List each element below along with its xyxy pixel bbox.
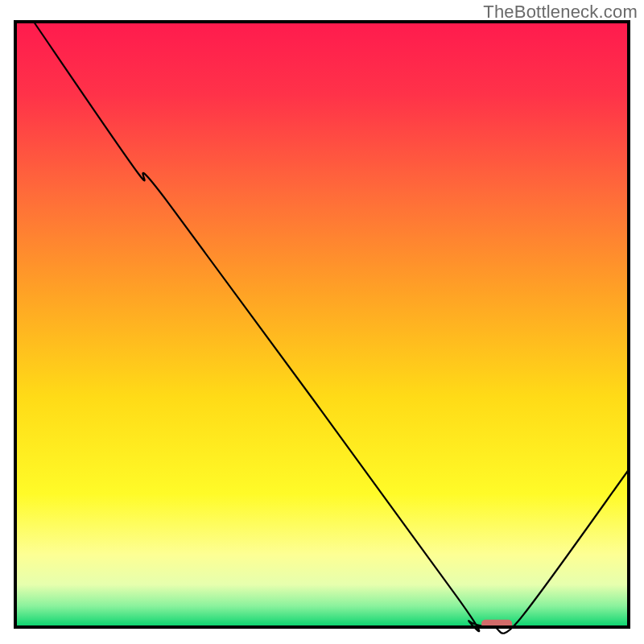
bottleneck-chart — [0, 0, 644, 644]
chart-container: TheBottleneck.com — [0, 0, 644, 644]
plot-background — [15, 22, 629, 627]
